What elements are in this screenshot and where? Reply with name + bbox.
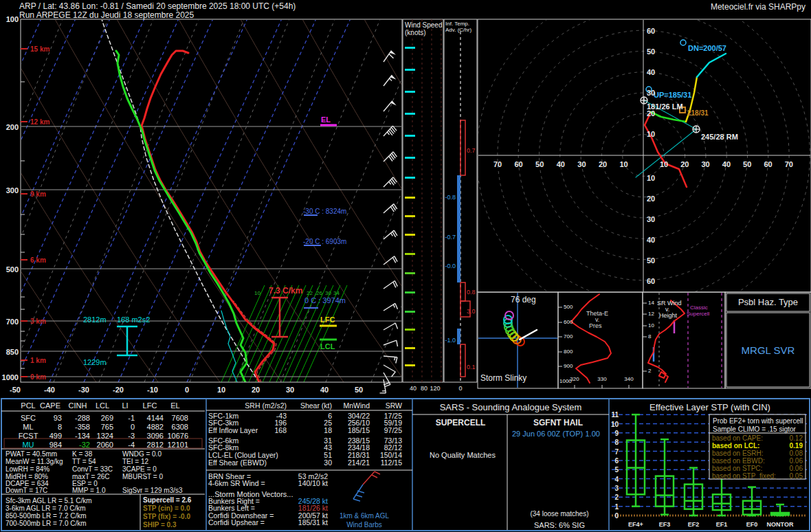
hodo-axis-label: 60 (512, 160, 526, 168)
wind-speed-bar (405, 177, 415, 179)
temp-adv-axis-label: 0 (456, 386, 465, 392)
stp-prob-label: based on LCL: (712, 442, 759, 450)
thetae-corner-label: 1000 (559, 379, 572, 385)
sars-sig-probability: SARS: 6% SIG (514, 521, 605, 529)
pressure-label: 300 (0, 186, 19, 195)
line-shape (387, 132, 389, 135)
hodo-axis-label: 30 (647, 215, 655, 223)
warm-adv-bar (460, 120, 465, 175)
temp-adv-value: 0.7 (467, 148, 476, 155)
thermo-value: MBURST = 0 (122, 473, 163, 480)
temp-axis-label: 30 (280, 386, 300, 394)
hodo-axis-label: 50 (533, 160, 546, 168)
srwind-ylabel: 2 (648, 368, 651, 375)
line-shape (384, 365, 395, 372)
moist-adiabat-line (0, 19, 63, 382)
thetae-ylabel: 500 (564, 304, 573, 311)
line-shape (372, 475, 377, 478)
parcel-cell: 7608 (162, 414, 188, 422)
wind-speed-bar (405, 91, 415, 93)
stp-legend-line1: Prob EF2+ torn with supercell (713, 417, 803, 425)
stp-box-whisker (656, 439, 674, 514)
stp-prob-value: 0.12 (774, 434, 803, 442)
wind-speed-bar (405, 135, 415, 137)
stp-ytick-label: 4 (608, 476, 619, 483)
thetae-ylabel: 800 (564, 349, 573, 355)
parcel-cell: -3 (115, 432, 135, 440)
isotherm-warm-line (249, 285, 292, 382)
lfc-label: LFC (320, 315, 335, 324)
hodo-axis-label: 10 (647, 174, 655, 182)
srh-cell: 214/21 (335, 459, 370, 467)
wind-barb-icon (384, 75, 396, 86)
sars-no-matches: No Quality Matches (418, 451, 507, 459)
isotherm-line (187, 19, 351, 382)
wind-speed-title: Wind Speed (405, 21, 442, 29)
hodo-axis-label: 70 (491, 160, 504, 168)
thermo-value: SigSvr = 129 m3/s3 (122, 487, 183, 494)
stp-chart-title: Effective Layer STP (with CIN) (612, 403, 808, 412)
parcel-cell: 2812 (136, 441, 164, 449)
stp-prob-value: 0.08 (774, 450, 803, 457)
parcel-col-header: LCL (91, 401, 113, 410)
isotherm-line (15, 19, 179, 382)
hodo-trace-9-12km (697, 54, 726, 77)
dry-adiabat-line (0, 19, 220, 382)
pressure-label: 1000 (0, 373, 19, 381)
slinky-title: Storm Slinky (480, 374, 526, 383)
parcel-col-header: CINH (65, 401, 90, 410)
srh-cell: 97/25 (375, 427, 402, 435)
parcel-cell: -1 (115, 414, 135, 422)
wind-speed-units: (knots) (405, 29, 426, 36)
thermo-value: K = 38 (72, 450, 92, 458)
hodo-axis-label: 30 (699, 160, 713, 168)
stp-prob-value: 0.19 (774, 442, 803, 450)
parcel-cell: -288 (65, 414, 90, 422)
cold-adv-bar (457, 329, 460, 344)
hazard-type-value: MRGL SVR (726, 345, 810, 357)
parcel-trace (102, 19, 259, 382)
temp-adv-value: -0.8 (433, 195, 456, 201)
hodo-axis-label: 40 (554, 160, 568, 168)
composite-index-value: Supercell = 2.6 (143, 496, 191, 504)
thermo-value: 3CAPE = 0 (122, 465, 157, 473)
wind-speed-bar (405, 234, 415, 236)
km-label: 0 km (30, 373, 46, 381)
isotherm-line (49, 19, 213, 382)
thermo-value: TT = 54 (72, 458, 96, 465)
sounding-graphics (0, 0, 811, 532)
temp-axis-label: 20 (245, 386, 266, 394)
temp-adv-value: -1.0 (433, 337, 456, 344)
parcel-cell: 93 (38, 414, 62, 422)
stp-ytick-label: 10 (608, 421, 619, 428)
temp-axis-label: -30 (74, 386, 94, 394)
wind-speed-bar (405, 47, 415, 49)
line-shape (395, 323, 397, 329)
warm-adv-bar (460, 344, 465, 377)
srh-cell: 168 (237, 427, 287, 435)
temp-adv-value: 0.1 (467, 364, 476, 371)
wind-speed-bar (405, 215, 415, 217)
sars-hail-match[interactable]: 29 Jun 06 00Z (TOP) (512, 430, 583, 438)
eff-layer-bottom-label: 1229m (83, 358, 107, 366)
wind-barb-icon (384, 177, 397, 187)
srh-col-header: SRH (m2/s2) (237, 402, 287, 410)
isotherm-line (0, 19, 144, 382)
isotherm-value-label: 34 (332, 291, 341, 297)
stp-ytick-label: 1 (608, 503, 619, 511)
isotherm-line (118, 19, 282, 382)
stp-prob-label: based on STPC: (712, 465, 762, 472)
stp-prob-label: based on STP_fixed: (712, 472, 776, 480)
parcel-col-header: LI (115, 401, 135, 410)
isotherm-value-label: 22 (305, 291, 314, 297)
stp-prob-label: based on ESRH: (712, 450, 764, 457)
stp-category-label: EF3 (648, 522, 681, 529)
km-label: 1 km (30, 357, 46, 364)
stp-box-whisker (713, 475, 731, 516)
moist-adiabat-line (280, 19, 425, 382)
stp-ytick-label: 3 (608, 485, 619, 492)
moist-adiabat-line (144, 19, 289, 382)
hodo-axis-label: 40 (647, 236, 655, 244)
stp-ytick-label: 8 (608, 439, 619, 446)
srh-row-name: Eff Shear (EBWD) (208, 459, 267, 467)
